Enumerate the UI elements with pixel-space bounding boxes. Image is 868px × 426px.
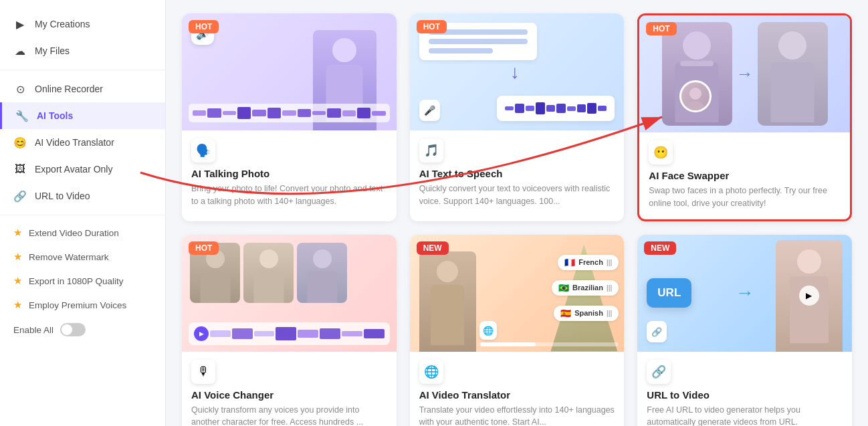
- my-creations-icon: ▶: [13, 17, 27, 31]
- card-url-to-video[interactable]: NEW URL → ▶ 🔗 🔗 URL to Vide: [637, 235, 852, 427]
- card-thumbnail-tts: HOT ↓: [410, 13, 625, 130]
- card-title-talking: AI Talking Photo: [191, 168, 387, 179]
- url-to-video-icon: 🔗: [13, 189, 27, 203]
- enable-all-label: Enable All: [13, 325, 53, 335]
- badge-new-translator: NEW: [417, 241, 449, 255]
- sidebar-label-remove-watermark: Remove Watermark: [29, 252, 109, 262]
- card-title-translator: AI Video Translator: [419, 389, 615, 401]
- badge-hot-talking: HOT: [189, 20, 219, 33]
- sidebar-item-extend-video[interactable]: ★ Extend Video Duration: [0, 221, 165, 245]
- card-icon-translator: 🌐: [419, 360, 443, 384]
- sidebar-item-premium-voices[interactable]: ★ Employ Premium Voices: [0, 293, 165, 317]
- card-body-translator: 🌐 AI Video Translator Translate your vid…: [410, 352, 625, 427]
- card-desc-talking: Bring your photo to life! Convert your p…: [191, 183, 387, 208]
- card-thumbnail-face-swap: HOT →: [639, 15, 850, 132]
- sidebar-label-url-to-video: URL to Video: [35, 191, 90, 201]
- badge-hot-tts: HOT: [417, 20, 447, 33]
- sidebar-item-remove-watermark[interactable]: ★ Remove Watermark: [0, 245, 165, 269]
- card-desc-voice: Quickly transform any voices you provide…: [191, 404, 387, 427]
- card-icon-face-swap: 😶: [649, 140, 673, 165]
- badge-new-url: NEW: [644, 241, 676, 255]
- sidebar-label-export-1080p: Export in 1080P Quality: [29, 276, 124, 286]
- card-desc-url: Free AI URL to video generator helps you…: [647, 404, 843, 427]
- card-body-face-swap: 😶 AI Face Swapper Swap two faces in a ph…: [639, 132, 850, 219]
- card-title-url: URL to Video: [647, 389, 843, 401]
- sidebar-item-url-to-video[interactable]: 🔗 URL to Video: [0, 183, 165, 209]
- sidebar-item-ai-video-translator[interactable]: 😊 AI Video Translator: [0, 129, 165, 156]
- card-icon-voice: 🎙: [191, 360, 215, 384]
- card-icon-url: 🔗: [647, 360, 671, 384]
- sidebar-label-ai-video-translator: AI Video Translator: [35, 137, 114, 148]
- card-ai-video-translator[interactable]: NEW 🇫🇷 French ||| 🇧🇷 Brazilian ||: [410, 235, 625, 427]
- sidebar-item-my-files[interactable]: ☁ My Files: [0, 37, 165, 64]
- sidebar: ▶ My Creations ☁ My Files ⊙ Online Recor…: [0, 0, 166, 426]
- card-title-voice: AI Voice Changer: [191, 389, 387, 401]
- card-thumbnail-url: NEW URL → ▶ 🔗: [637, 235, 852, 352]
- card-icon-tts: 🎵: [419, 138, 443, 163]
- sidebar-item-my-creations[interactable]: ▶ My Creations: [0, 11, 165, 37]
- sidebar-label-export-avatar-only: Export Avatar Only: [35, 164, 112, 175]
- ai-tools-icon: 🔧: [15, 109, 29, 122]
- card-desc-translator: Translate your video effortlessly into 1…: [419, 404, 615, 427]
- sidebar-divider-2: [0, 215, 165, 215]
- main-content: HOT 🔊: [166, 0, 868, 426]
- sidebar-item-export-1080p[interactable]: ★ Export in 1080P Quality: [0, 269, 165, 293]
- card-desc-tts: Quickly convert your text to voiceovers …: [419, 183, 615, 208]
- sidebar-label-extend-video: Extend Video Duration: [29, 228, 119, 238]
- sidebar-enable-all-row: Enable All: [0, 317, 165, 342]
- sidebar-item-export-avatar-only[interactable]: 🖼 Export Avatar Only: [0, 156, 165, 183]
- card-thumbnail-talking: HOT 🔊: [182, 13, 397, 130]
- online-recorder-icon: ⊙: [13, 82, 27, 96]
- badge-hot-voice: HOT: [189, 241, 219, 255]
- card-body-tts: 🎵 AI Text to Speech Quickly convert your…: [410, 130, 625, 217]
- badge-hot-face-swap: HOT: [646, 22, 676, 35]
- star-icon-1080p: ★: [13, 275, 22, 287]
- cards-grid: HOT 🔊: [182, 13, 852, 426]
- card-body-talking: 🗣️ AI Talking Photo Bring your photo to …: [182, 130, 397, 217]
- star-icon-extend: ★: [13, 227, 22, 239]
- export-avatar-icon: 🖼: [13, 163, 27, 176]
- card-desc-face-swap: Swap two faces in a photo perfectly. Try…: [649, 185, 841, 210]
- card-body-url: 🔗 URL to Video Free AI URL to video gene…: [637, 352, 852, 427]
- card-ai-voice-changer[interactable]: HOT: [182, 235, 397, 427]
- sidebar-divider-1: [0, 70, 165, 70]
- sidebar-label-my-creations: My Creations: [35, 19, 90, 29]
- card-body-voice: 🎙 AI Voice Changer Quickly transform any…: [182, 352, 397, 427]
- card-ai-face-swapper[interactable]: HOT →: [637, 13, 852, 221]
- sidebar-label-my-files: My Files: [35, 45, 70, 56]
- sidebar-label-online-recorder: Online Recorder: [35, 84, 103, 94]
- star-icon-voices: ★: [13, 299, 22, 311]
- card-title-face-swap: AI Face Swapper: [649, 170, 841, 181]
- enable-all-toggle[interactable]: [60, 323, 86, 336]
- ai-video-translator-icon: 😊: [13, 136, 27, 149]
- card-title-tts: AI Text to Speech: [419, 168, 615, 179]
- card-icon-talking: 🗣️: [191, 138, 215, 163]
- sidebar-item-ai-tools[interactable]: 🔧 AI Tools: [0, 102, 165, 129]
- sidebar-label-ai-tools: AI Tools: [37, 110, 73, 121]
- sidebar-label-premium-voices: Employ Premium Voices: [29, 300, 126, 310]
- sidebar-item-online-recorder[interactable]: ⊙ Online Recorder: [0, 76, 165, 102]
- card-thumbnail-voice: HOT: [182, 235, 397, 352]
- my-files-icon: ☁: [13, 44, 27, 58]
- card-ai-text-to-speech[interactable]: HOT ↓: [410, 13, 625, 221]
- star-icon-watermark: ★: [13, 251, 22, 263]
- card-thumbnail-translator: NEW 🇫🇷 French ||| 🇧🇷 Brazilian ||: [410, 235, 625, 352]
- card-ai-talking-photo[interactable]: HOT 🔊: [182, 13, 397, 221]
